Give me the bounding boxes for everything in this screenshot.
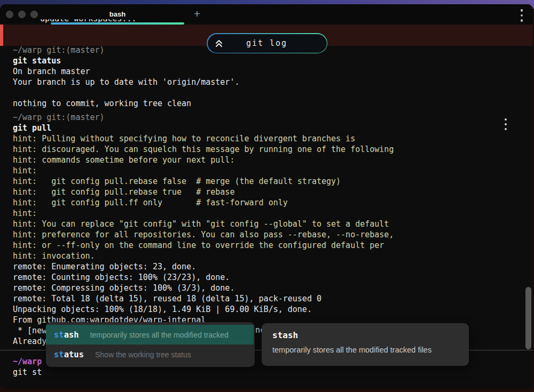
terminal-line: hint: discouraged. You can squelch this …: [13, 144, 394, 155]
error-block-edge: [0, 25, 3, 46]
terminal-line: Your branch is up to date with 'origin/m…: [13, 77, 239, 87]
terminal-line: remote: Total 18 (delta 15), reused 18 (…: [13, 293, 394, 304]
suggestion-description: Show the working tree status: [95, 350, 191, 359]
suggestion-detail-description: temporarily stores all the modified trac…: [272, 346, 458, 354]
terminal-block-git-status: ~/warp git:(master)git statusOn branch m…: [13, 45, 239, 109]
chevron-double-up-icon: [215, 38, 223, 48]
terminal-line: hint:: [13, 208, 394, 219]
zoom-window-button[interactable]: [30, 11, 38, 18]
current-input-block[interactable]: ~/warp git st: [13, 356, 42, 378]
current-prompt: ~/warp: [13, 356, 42, 367]
active-tab-underline: [51, 22, 184, 25]
terminal-line: ~/warp git:(master): [13, 112, 394, 123]
terminal-line: hint:: [13, 165, 394, 176]
terminal-line: hint: or --ff-only on the command line t…: [13, 240, 394, 251]
suggestion-label: status: [54, 350, 84, 359]
terminal-line: hint: git config pull.rebase false # mer…: [13, 176, 394, 187]
window-controls: [6, 11, 38, 18]
jump-button-label: git log: [223, 38, 311, 48]
terminal-line: remote: Enumerating objects: 23, done.: [13, 261, 394, 272]
terminal-line: Unpacking objects: 100% (18/18), 1.49 Ki…: [13, 304, 394, 315]
suggestion-description: temporarily stores all the modified trac…: [90, 331, 229, 339]
suggestion-label: stash: [54, 330, 79, 340]
terminal-line: hint: preference for all repositories. Y…: [13, 229, 394, 240]
terminal-line: hint: git config pull.ff only # fast-for…: [13, 197, 394, 208]
jump-to-command-button[interactable]: git log: [207, 33, 327, 53]
autocomplete-item-status[interactable]: status Show the working tree status: [46, 345, 255, 364]
terminal-line: remote: Compressing objects: 100% (3/3),…: [13, 283, 394, 293]
terminal-line: hint: Pulling without specifying how to …: [13, 133, 394, 144]
window-menu-kebab-icon[interactable]: [518, 9, 525, 22]
terminal-line: ~/warp git:(master): [13, 45, 239, 55]
block-menu-kebab-icon[interactable]: [502, 118, 509, 130]
terminal-line: git pull: [13, 123, 394, 133]
terminal-line: remote: Counting objects: 100% (23/23), …: [13, 272, 394, 283]
terminal-window: bash + update workspaces... git log ~/wa…: [0, 4, 533, 389]
terminal-line: hint: You can replace "git config" with …: [13, 219, 394, 229]
command-input[interactable]: git st: [13, 367, 42, 378]
terminal-line: git status: [13, 55, 239, 66]
suggestion-detail-title: stash: [272, 330, 458, 340]
terminal-line: On branch master: [13, 66, 239, 77]
close-window-button[interactable]: [6, 11, 13, 18]
terminal-line: nothing to commit, working tree clean: [13, 98, 239, 109]
terminal-line: hint: invocation.: [13, 251, 394, 261]
terminal-line: [13, 87, 239, 98]
autocomplete-item-stash[interactable]: stash temporarily stores all the modifie…: [46, 325, 254, 345]
suggestion-detail-card: stash temporarily stores all the modifie…: [262, 323, 469, 366]
minimize-window-button[interactable]: [18, 11, 26, 18]
terminal-line: hint: git config pull.rebase true # reba…: [13, 187, 394, 197]
tab-title: bash: [109, 10, 125, 18]
terminal-line: hint: commands sometime before your next…: [13, 155, 394, 165]
scrollbar-thumb[interactable]: [525, 287, 531, 349]
terminal-block-git-pull: ~/warp git:(master)git pullhint: Pulling…: [13, 112, 394, 347]
autocomplete-popup: stash temporarily stores all the modifie…: [46, 322, 255, 367]
